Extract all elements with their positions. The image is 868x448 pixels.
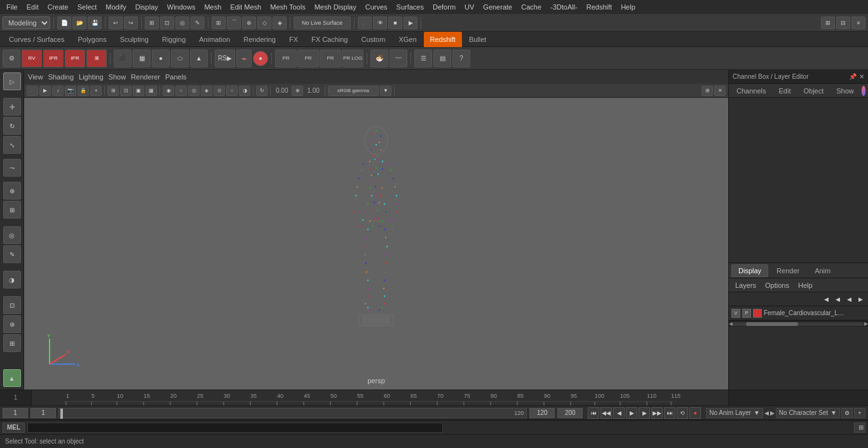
vp-expand-btn[interactable]: ⊞ — [702, 86, 713, 96]
snap-point-btn[interactable]: ⊕ — [242, 17, 256, 29]
vp-motion-blur-btn[interactable]: ◈ — [201, 86, 212, 96]
menu-deform[interactable]: Deform — [429, 2, 459, 12]
prev-key-btn[interactable]: ◀◀ — [600, 407, 612, 419]
rs-node-btn[interactable]: ☰ — [414, 50, 432, 67]
menu-uv[interactable]: UV — [461, 2, 478, 12]
sculpt-btn[interactable]: ◑ — [3, 271, 21, 288]
status-icon-btn[interactable]: ⊞ — [854, 423, 865, 433]
vp-smooth-btn[interactable]: ◉ — [163, 86, 174, 96]
scroll-thumb[interactable] — [746, 322, 799, 326]
anim-layer-prev-btn[interactable]: ◀ — [764, 410, 769, 416]
le-tab-anim[interactable]: Anim — [808, 264, 837, 277]
layer-playback-btn[interactable]: P — [742, 309, 751, 318]
paint-select-btn[interactable]: ✎ — [191, 17, 205, 29]
mel-input[interactable] — [27, 423, 443, 433]
vp-lock-btn[interactable]: 🔒 — [78, 86, 89, 96]
polygon-sphere-btn[interactable]: ● — [152, 50, 170, 67]
cb-tab-edit[interactable]: Edit — [773, 86, 796, 96]
snap-align-btn[interactable]: ⊞ — [3, 201, 21, 219]
tab-sculpting[interactable]: Sculpting — [114, 32, 155, 47]
polygon-cone-btn[interactable]: ▲ — [190, 50, 208, 67]
tab-fx-caching[interactable]: FX Caching — [305, 32, 354, 47]
vp-menu-view[interactable]: View — [28, 73, 43, 81]
grid-btn[interactable]: ⊟ — [836, 17, 850, 29]
paint-select-btn2[interactable]: ✎ — [3, 245, 21, 263]
cb-tab-channels[interactable]: Channels — [731, 86, 771, 96]
next-key-btn[interactable]: ▶▶ — [651, 407, 663, 419]
tab-animation[interactable]: Animation — [193, 32, 236, 47]
vp-dof-btn[interactable]: ⊙ — [214, 86, 225, 96]
cb-tab-object[interactable]: Object — [798, 86, 829, 96]
redo-btn[interactable]: ↪ — [124, 17, 138, 29]
vp-ao-btn[interactable]: ◑ — [239, 86, 250, 96]
snap-grid-btn[interactable]: ⊞ — [212, 17, 226, 29]
polygon-plane-btn[interactable]: ▦ — [133, 50, 151, 67]
lt-menu-help[interactable]: Help — [794, 282, 817, 289]
menu-redshift[interactable]: Redshift — [583, 2, 616, 12]
menu-modify[interactable]: Modify — [102, 2, 130, 12]
anim-layer-next-btn[interactable]: ▶ — [770, 410, 775, 416]
scroll-track[interactable] — [733, 322, 864, 326]
rs-pr1-btn[interactable]: PR — [275, 50, 297, 67]
new-scene-btn[interactable]: 📄 — [57, 17, 71, 29]
current-frame-input[interactable] — [3, 408, 28, 418]
layer-up-btn[interactable]: ▶ — [855, 294, 865, 304]
scroll-right-arrow[interactable]: ▶ — [864, 321, 868, 327]
loop-btn[interactable]: ⟲ — [677, 407, 688, 419]
go-end-btn[interactable]: ⏭ — [664, 407, 675, 419]
vp-coord-toggle[interactable]: ⊕ — [292, 86, 303, 96]
next-frame-btn[interactable]: ▶ — [639, 407, 650, 419]
vp-camera-btn[interactable]: 🎥 — [27, 86, 38, 96]
menu-edit[interactable]: Edit — [23, 2, 43, 12]
open-btn[interactable]: 📂 — [72, 17, 86, 29]
vp-wireframe-btn[interactable]: ⊡ — [120, 86, 132, 96]
live-surface-btn[interactable]: No Live Surface — [294, 17, 351, 29]
tab-fx[interactable]: FX — [283, 32, 304, 47]
panel-close-btn[interactable]: ✕ — [859, 73, 864, 80]
isolate-btn[interactable]: 👁 — [373, 17, 387, 29]
workspace-selector[interactable]: Modeling — [3, 17, 50, 29]
tab-custom[interactable]: Custom — [355, 32, 392, 47]
rs-pr3-btn[interactable]: PR — [320, 50, 341, 67]
tab-bullet[interactable]: Bullet — [463, 32, 493, 47]
layer-item[interactable]: V P Female_Cardiovascular_Lymp — [729, 306, 868, 320]
layer-options-btn[interactable]: ◀ — [844, 294, 854, 304]
layer-remove-btn[interactable]: ◀ — [832, 294, 843, 304]
custom-tool2-btn[interactable]: ⊞ — [3, 334, 21, 352]
vp-menu-lighting[interactable]: Lighting — [79, 73, 104, 81]
menu-cache[interactable]: Cache — [517, 2, 545, 12]
tab-xgen[interactable]: XGen — [392, 32, 423, 47]
vp-menu-show[interactable]: Show — [109, 73, 126, 81]
anim-layer-dropdown[interactable]: No Anim Layer ▼ — [706, 408, 763, 418]
tab-rigging[interactable]: Rigging — [156, 32, 192, 47]
menu-surfaces[interactable]: Surfaces — [393, 2, 428, 12]
rs-ipr-btn[interactable]: IPR — [43, 50, 64, 67]
rs-extra-btn[interactable]: ⊞ — [86, 50, 107, 67]
vp-textured-btn[interactable]: ▦ — [146, 86, 157, 96]
rotate-tool-btn[interactable]: ↻ — [3, 117, 21, 135]
record-btn[interactable]: ● — [689, 407, 701, 419]
rs-pr4-btn[interactable]: PR LOG — [342, 50, 363, 67]
rs-rv-btn[interactable]: RV — [22, 50, 42, 67]
menu-create[interactable]: Create — [44, 2, 72, 12]
menu-windows[interactable]: Windows — [163, 2, 200, 12]
layer-add-btn[interactable]: ◀ — [821, 294, 831, 304]
polygon-cylinder-btn[interactable]: ⬭ — [171, 50, 189, 67]
lasso-select-btn[interactable]: ◎ — [175, 17, 189, 29]
max-range-input[interactable] — [529, 408, 555, 418]
camera-btn[interactable]: 🎥 — [358, 17, 372, 29]
vp-colorspace-btn[interactable]: sRGB gamma — [328, 86, 379, 96]
vp-colorspace-expand-btn[interactable]: ▼ — [380, 86, 391, 96]
rs-wave-btn[interactable]: 〰 — [390, 50, 407, 67]
max-end-input[interactable] — [557, 408, 583, 418]
snap-view-btn[interactable]: ◈ — [273, 17, 287, 29]
snap-curve-btn[interactable]: ⌒ — [227, 17, 241, 29]
soft-select-btn[interactable]: ⤳ — [3, 159, 21, 177]
menu-mesh[interactable]: Mesh — [200, 2, 225, 12]
range-start-input[interactable] — [31, 408, 56, 418]
menu-help[interactable]: Help — [617, 2, 639, 12]
timeline[interactable]: 1 1 5 10 15 20 25 30 35 — [0, 390, 868, 406]
rs-bowl-btn[interactable]: 🍜 — [370, 50, 388, 67]
vp-close-btn[interactable]: ✕ — [714, 86, 726, 96]
rs-render-btn[interactable]: IPR — [65, 50, 85, 67]
